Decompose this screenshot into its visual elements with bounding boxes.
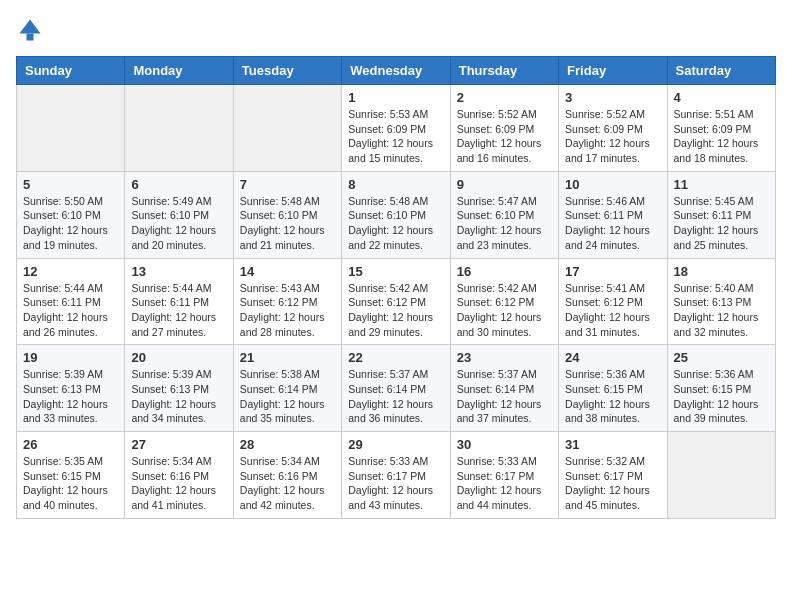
calendar-week-row: 26Sunrise: 5:35 AMSunset: 6:15 PMDayligh… (17, 432, 776, 519)
calendar-day-cell: 21Sunrise: 5:38 AMSunset: 6:14 PMDayligh… (233, 345, 341, 432)
calendar-day-cell: 7Sunrise: 5:48 AMSunset: 6:10 PMDaylight… (233, 171, 341, 258)
day-number: 6 (131, 177, 226, 192)
calendar-week-row: 5Sunrise: 5:50 AMSunset: 6:10 PMDaylight… (17, 171, 776, 258)
day-number: 8 (348, 177, 443, 192)
day-number: 10 (565, 177, 660, 192)
calendar-day-cell: 2Sunrise: 5:52 AMSunset: 6:09 PMDaylight… (450, 85, 558, 172)
day-number: 29 (348, 437, 443, 452)
calendar-day-cell: 1Sunrise: 5:53 AMSunset: 6:09 PMDaylight… (342, 85, 450, 172)
day-number: 7 (240, 177, 335, 192)
calendar-day-cell: 8Sunrise: 5:48 AMSunset: 6:10 PMDaylight… (342, 171, 450, 258)
day-number: 12 (23, 264, 118, 279)
day-number: 30 (457, 437, 552, 452)
calendar-day-cell: 28Sunrise: 5:34 AMSunset: 6:16 PMDayligh… (233, 432, 341, 519)
calendar-day-cell (125, 85, 233, 172)
day-info: Sunrise: 5:38 AMSunset: 6:14 PMDaylight:… (240, 367, 335, 426)
day-number: 17 (565, 264, 660, 279)
day-info: Sunrise: 5:33 AMSunset: 6:17 PMDaylight:… (348, 454, 443, 513)
calendar-header-sunday: Sunday (17, 57, 125, 85)
day-info: Sunrise: 5:39 AMSunset: 6:13 PMDaylight:… (23, 367, 118, 426)
calendar-day-cell (233, 85, 341, 172)
calendar-day-cell: 24Sunrise: 5:36 AMSunset: 6:15 PMDayligh… (559, 345, 667, 432)
day-info: Sunrise: 5:42 AMSunset: 6:12 PMDaylight:… (457, 281, 552, 340)
day-info: Sunrise: 5:51 AMSunset: 6:09 PMDaylight:… (674, 107, 769, 166)
day-number: 19 (23, 350, 118, 365)
day-number: 26 (23, 437, 118, 452)
day-info: Sunrise: 5:48 AMSunset: 6:10 PMDaylight:… (240, 194, 335, 253)
calendar-day-cell (17, 85, 125, 172)
day-info: Sunrise: 5:44 AMSunset: 6:11 PMDaylight:… (23, 281, 118, 340)
day-number: 21 (240, 350, 335, 365)
calendar-day-cell (667, 432, 775, 519)
day-number: 27 (131, 437, 226, 452)
day-info: Sunrise: 5:37 AMSunset: 6:14 PMDaylight:… (348, 367, 443, 426)
day-info: Sunrise: 5:36 AMSunset: 6:15 PMDaylight:… (674, 367, 769, 426)
svg-marker-0 (20, 20, 41, 34)
calendar-header-monday: Monday (125, 57, 233, 85)
calendar-header-row: SundayMondayTuesdayWednesdayThursdayFrid… (17, 57, 776, 85)
day-info: Sunrise: 5:36 AMSunset: 6:15 PMDaylight:… (565, 367, 660, 426)
logo-icon (16, 16, 44, 44)
day-info: Sunrise: 5:49 AMSunset: 6:10 PMDaylight:… (131, 194, 226, 253)
day-number: 9 (457, 177, 552, 192)
calendar-day-cell: 10Sunrise: 5:46 AMSunset: 6:11 PMDayligh… (559, 171, 667, 258)
logo (16, 16, 48, 44)
day-info: Sunrise: 5:35 AMSunset: 6:15 PMDaylight:… (23, 454, 118, 513)
day-number: 25 (674, 350, 769, 365)
day-info: Sunrise: 5:44 AMSunset: 6:11 PMDaylight:… (131, 281, 226, 340)
calendar-day-cell: 15Sunrise: 5:42 AMSunset: 6:12 PMDayligh… (342, 258, 450, 345)
day-info: Sunrise: 5:45 AMSunset: 6:11 PMDaylight:… (674, 194, 769, 253)
day-number: 28 (240, 437, 335, 452)
calendar-header-saturday: Saturday (667, 57, 775, 85)
calendar-week-row: 19Sunrise: 5:39 AMSunset: 6:13 PMDayligh… (17, 345, 776, 432)
calendar-day-cell: 4Sunrise: 5:51 AMSunset: 6:09 PMDaylight… (667, 85, 775, 172)
calendar-day-cell: 14Sunrise: 5:43 AMSunset: 6:12 PMDayligh… (233, 258, 341, 345)
day-info: Sunrise: 5:34 AMSunset: 6:16 PMDaylight:… (131, 454, 226, 513)
day-info: Sunrise: 5:32 AMSunset: 6:17 PMDaylight:… (565, 454, 660, 513)
calendar-day-cell: 9Sunrise: 5:47 AMSunset: 6:10 PMDaylight… (450, 171, 558, 258)
day-info: Sunrise: 5:48 AMSunset: 6:10 PMDaylight:… (348, 194, 443, 253)
calendar-week-row: 12Sunrise: 5:44 AMSunset: 6:11 PMDayligh… (17, 258, 776, 345)
day-number: 15 (348, 264, 443, 279)
day-number: 20 (131, 350, 226, 365)
day-number: 13 (131, 264, 226, 279)
calendar-header-tuesday: Tuesday (233, 57, 341, 85)
day-info: Sunrise: 5:40 AMSunset: 6:13 PMDaylight:… (674, 281, 769, 340)
day-number: 18 (674, 264, 769, 279)
day-info: Sunrise: 5:46 AMSunset: 6:11 PMDaylight:… (565, 194, 660, 253)
day-number: 31 (565, 437, 660, 452)
calendar-day-cell: 29Sunrise: 5:33 AMSunset: 6:17 PMDayligh… (342, 432, 450, 519)
day-number: 23 (457, 350, 552, 365)
page-header (16, 16, 776, 44)
calendar-header-thursday: Thursday (450, 57, 558, 85)
day-info: Sunrise: 5:39 AMSunset: 6:13 PMDaylight:… (131, 367, 226, 426)
day-info: Sunrise: 5:43 AMSunset: 6:12 PMDaylight:… (240, 281, 335, 340)
day-number: 11 (674, 177, 769, 192)
calendar-day-cell: 13Sunrise: 5:44 AMSunset: 6:11 PMDayligh… (125, 258, 233, 345)
calendar-day-cell: 25Sunrise: 5:36 AMSunset: 6:15 PMDayligh… (667, 345, 775, 432)
calendar-day-cell: 20Sunrise: 5:39 AMSunset: 6:13 PMDayligh… (125, 345, 233, 432)
calendar-day-cell: 22Sunrise: 5:37 AMSunset: 6:14 PMDayligh… (342, 345, 450, 432)
day-number: 14 (240, 264, 335, 279)
calendar-header-wednesday: Wednesday (342, 57, 450, 85)
calendar-week-row: 1Sunrise: 5:53 AMSunset: 6:09 PMDaylight… (17, 85, 776, 172)
svg-rect-1 (27, 34, 34, 41)
day-info: Sunrise: 5:52 AMSunset: 6:09 PMDaylight:… (457, 107, 552, 166)
day-info: Sunrise: 5:50 AMSunset: 6:10 PMDaylight:… (23, 194, 118, 253)
day-info: Sunrise: 5:52 AMSunset: 6:09 PMDaylight:… (565, 107, 660, 166)
calendar-day-cell: 18Sunrise: 5:40 AMSunset: 6:13 PMDayligh… (667, 258, 775, 345)
calendar-day-cell: 12Sunrise: 5:44 AMSunset: 6:11 PMDayligh… (17, 258, 125, 345)
day-number: 16 (457, 264, 552, 279)
day-number: 24 (565, 350, 660, 365)
day-info: Sunrise: 5:42 AMSunset: 6:12 PMDaylight:… (348, 281, 443, 340)
calendar-day-cell: 23Sunrise: 5:37 AMSunset: 6:14 PMDayligh… (450, 345, 558, 432)
day-info: Sunrise: 5:47 AMSunset: 6:10 PMDaylight:… (457, 194, 552, 253)
day-number: 22 (348, 350, 443, 365)
calendar-header-friday: Friday (559, 57, 667, 85)
day-info: Sunrise: 5:53 AMSunset: 6:09 PMDaylight:… (348, 107, 443, 166)
day-info: Sunrise: 5:41 AMSunset: 6:12 PMDaylight:… (565, 281, 660, 340)
calendar-day-cell: 19Sunrise: 5:39 AMSunset: 6:13 PMDayligh… (17, 345, 125, 432)
day-info: Sunrise: 5:33 AMSunset: 6:17 PMDaylight:… (457, 454, 552, 513)
calendar-day-cell: 3Sunrise: 5:52 AMSunset: 6:09 PMDaylight… (559, 85, 667, 172)
calendar-day-cell: 17Sunrise: 5:41 AMSunset: 6:12 PMDayligh… (559, 258, 667, 345)
